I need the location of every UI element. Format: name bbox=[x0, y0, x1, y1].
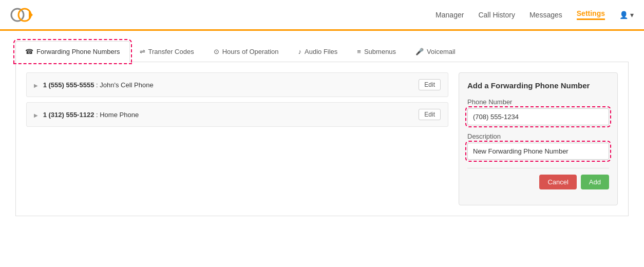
expand-arrow-2: ▶ bbox=[34, 112, 38, 118]
phone-item-2-description: Home Phone bbox=[100, 111, 139, 119]
phone-icon: ☎ bbox=[25, 48, 33, 55]
phone-number-group: Phone Number bbox=[467, 98, 609, 125]
top-navigation: Manager Call History Messages Settings 👤… bbox=[0, 0, 644, 31]
edit-button-1[interactable]: Edit bbox=[419, 79, 441, 90]
add-button[interactable]: Add bbox=[581, 175, 609, 189]
add-form-title: Add a Forwarding Phone Number bbox=[467, 81, 609, 90]
tab-submenus-label: Submenus bbox=[364, 48, 396, 55]
user-dropdown-arrow: ▾ bbox=[630, 11, 634, 19]
description-label: Description bbox=[467, 132, 609, 140]
mic-icon: 🎤 bbox=[415, 48, 424, 55]
phone-number-item-2: ▶ 1 (312) 555-1122 : Home Phone Edit bbox=[26, 102, 448, 127]
form-actions: Cancel Add bbox=[467, 168, 609, 189]
tab-transfer-label: Transfer Codes bbox=[148, 48, 194, 55]
phone-number-input[interactable] bbox=[467, 108, 609, 125]
tab-transfer-codes[interactable]: ⇌ Transfer Codes bbox=[130, 41, 204, 62]
phone-item-2-number: 1 (312) 555-1122 bbox=[43, 111, 94, 119]
phone-number-item-1: ▶ 1 (555) 555-5555 : John's Cell Phone E… bbox=[26, 72, 448, 97]
clock-icon: ⊙ bbox=[214, 48, 219, 55]
phone-item-2-label: ▶ 1 (312) 555-1122 : Home Phone bbox=[34, 111, 139, 119]
app-logo bbox=[10, 6, 33, 24]
nav-settings[interactable]: Settings bbox=[577, 9, 605, 20]
phone-item-1-number: 1 (555) 555-5555 bbox=[43, 81, 94, 89]
description-group: Description bbox=[467, 132, 609, 160]
description-input[interactable] bbox=[467, 143, 609, 160]
content-panel: ▶ 1 (555) 555-5555 : John's Cell Phone E… bbox=[15, 62, 629, 216]
user-avatar-icon: 👤 bbox=[619, 11, 628, 19]
main-content: ☎ Forwarding Phone Numbers ⇌ Transfer Co… bbox=[0, 31, 644, 226]
tab-bar: ☎ Forwarding Phone Numbers ⇌ Transfer Co… bbox=[15, 41, 629, 62]
cancel-button[interactable]: Cancel bbox=[539, 175, 576, 189]
add-phone-number-form: Add a Forwarding Phone Number Phone Numb… bbox=[459, 72, 618, 205]
user-menu[interactable]: 👤 ▾ bbox=[619, 11, 634, 19]
edit-button-2[interactable]: Edit bbox=[419, 109, 441, 120]
expand-arrow-1: ▶ bbox=[34, 83, 38, 88]
tab-hours-label: Hours of Operation bbox=[222, 48, 279, 55]
nav-call-history[interactable]: Call History bbox=[478, 11, 515, 19]
svg-point-0 bbox=[11, 9, 24, 21]
phone-number-label: Phone Number bbox=[467, 98, 609, 106]
tab-audio-files[interactable]: ♪ Audio Files bbox=[289, 41, 348, 62]
nav-links: Manager Call History Messages Settings 👤… bbox=[435, 9, 634, 20]
nav-manager[interactable]: Manager bbox=[435, 11, 464, 19]
phone-number-list: ▶ 1 (555) 555-5555 : John's Cell Phone E… bbox=[26, 72, 448, 205]
transfer-icon: ⇌ bbox=[140, 48, 145, 55]
nav-messages[interactable]: Messages bbox=[529, 11, 562, 19]
phone-item-1-description: John's Cell Phone bbox=[100, 81, 153, 89]
tab-voicemail-label: Voicemail bbox=[427, 48, 456, 55]
tab-hours-of-operation[interactable]: ⊙ Hours of Operation bbox=[204, 41, 289, 62]
tab-submenus[interactable]: ≡ Submenus bbox=[347, 41, 406, 62]
tab-forwarding-label: Forwarding Phone Numbers bbox=[36, 48, 120, 55]
tab-forwarding-phone-numbers[interactable]: ☎ Forwarding Phone Numbers bbox=[15, 41, 130, 62]
tab-audio-label: Audio Files bbox=[305, 48, 337, 55]
submenu-icon: ≡ bbox=[357, 48, 361, 55]
music-icon: ♪ bbox=[298, 48, 302, 55]
logo-area bbox=[10, 6, 33, 24]
tab-voicemail[interactable]: 🎤 Voicemail bbox=[406, 41, 465, 62]
phone-item-1-label: ▶ 1 (555) 555-5555 : John's Cell Phone bbox=[34, 81, 154, 89]
